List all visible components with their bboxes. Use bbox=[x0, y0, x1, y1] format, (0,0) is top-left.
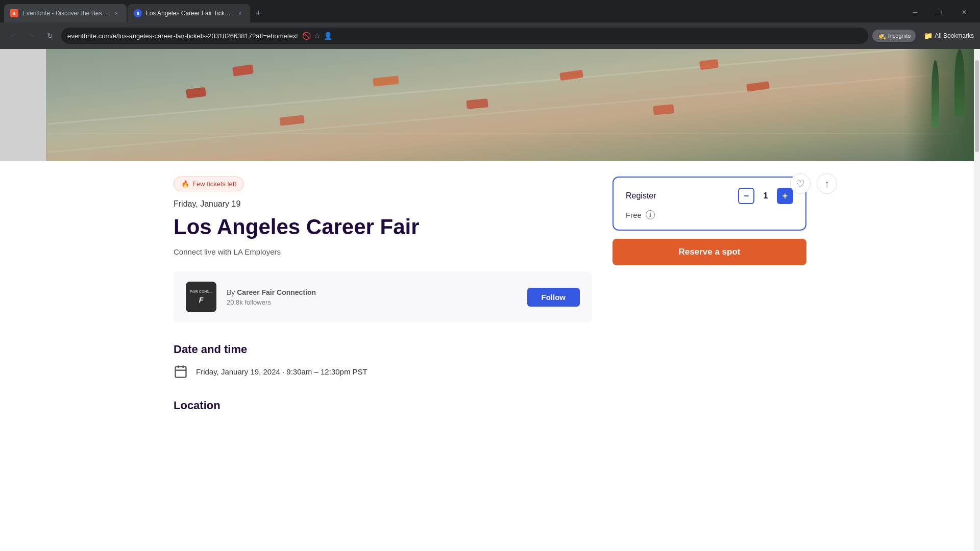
hero-image bbox=[0, 49, 980, 161]
tab-eventbrite-title: Eventbrite - Discover the Best L... bbox=[22, 10, 108, 17]
tab-eventbrite-close[interactable]: × bbox=[112, 9, 120, 17]
register-card: Register − 1 + Free ℹ bbox=[612, 177, 806, 231]
page-content: ♡ ↑ 🔥 Few tickets left Friday, January 1… bbox=[0, 49, 980, 551]
profile-switcher-icon[interactable]: 👤 bbox=[324, 32, 332, 40]
minimize-button[interactable]: ─ bbox=[903, 4, 927, 20]
incognito-icon: 🕵 bbox=[877, 32, 886, 40]
refresh-button[interactable]: ↻ bbox=[43, 29, 57, 43]
organizer-name: Career Fair Connection bbox=[237, 288, 316, 296]
organizer-card: FAIR CONN... F By Career Fair Connection… bbox=[174, 271, 592, 322]
follow-button[interactable]: Follow bbox=[527, 288, 580, 307]
favorite-button[interactable]: ♡ bbox=[790, 173, 811, 194]
maximize-button[interactable]: □ bbox=[928, 4, 951, 20]
scroll-thumb[interactable] bbox=[975, 60, 979, 152]
career-fair-favicon: E bbox=[134, 9, 142, 17]
window-controls: ─ □ ✕ bbox=[899, 0, 980, 24]
tab-eventbrite[interactable]: e Eventbrite - Discover the Best L... × bbox=[4, 4, 127, 22]
eventbrite-favicon: e bbox=[10, 9, 18, 17]
tab-career-fair-close[interactable]: × bbox=[236, 9, 244, 17]
calendar-icon bbox=[174, 364, 188, 379]
organizer-info: By Career Fair Connection 20.8k follower… bbox=[227, 288, 517, 306]
event-title: Los Angeles Career Fair bbox=[174, 215, 592, 239]
bookmarks-label[interactable]: All Bookmarks bbox=[935, 32, 974, 39]
camera-off-icon: 🚫 bbox=[302, 32, 311, 40]
incognito-label: Incognito bbox=[888, 33, 911, 39]
fire-icon: 🔥 bbox=[181, 180, 189, 188]
date-time-value: Friday, January 19, 2024 · 9:30am – 12:3… bbox=[196, 367, 368, 376]
back-button[interactable]: ← bbox=[6, 29, 20, 43]
register-label: Register bbox=[626, 191, 656, 201]
decrease-quantity-button[interactable]: − bbox=[738, 188, 754, 204]
date-time-row: Friday, January 19, 2024 · 9:30am – 12:3… bbox=[174, 364, 592, 379]
bookmarks-folder-icon: 📁 bbox=[924, 32, 933, 40]
address-bar[interactable]: eventbrite.com/e/los-angeles-career-fair… bbox=[61, 28, 868, 44]
organizer-logo: FAIR CONN... F bbox=[186, 282, 216, 312]
share-button[interactable]: ↑ bbox=[817, 173, 837, 194]
few-tickets-badge: 🔥 Few tickets left bbox=[174, 177, 244, 191]
forward-button[interactable]: → bbox=[24, 29, 39, 43]
organizer-followers: 20.8k followers bbox=[227, 298, 517, 306]
share-icon: ↑ bbox=[824, 178, 829, 190]
badge-label: Few tickets left bbox=[192, 180, 236, 188]
location-section-title: Location bbox=[174, 399, 592, 416]
incognito-badge: 🕵 Incognito bbox=[872, 30, 916, 42]
quantity-value: 1 bbox=[761, 191, 771, 201]
heart-icon: ♡ bbox=[796, 178, 805, 190]
event-subtitle: Connect live with LA Employers bbox=[174, 247, 592, 256]
address-url: eventbrite.com/e/los-angeles-career-fair… bbox=[67, 32, 298, 40]
price-info-icon[interactable]: ℹ bbox=[646, 210, 655, 219]
star-icon[interactable]: ☆ bbox=[314, 32, 321, 40]
organizer-by-label: By Career Fair Connection bbox=[227, 288, 517, 296]
tab-career-fair-title: Los Angeles Career Fair Tickets... bbox=[146, 10, 232, 17]
event-date: Friday, January 19 bbox=[174, 199, 592, 209]
reserve-button[interactable]: Reserve a spot bbox=[612, 239, 806, 265]
date-time-section-title: Date and time bbox=[174, 343, 592, 356]
price-label: Free bbox=[626, 211, 642, 219]
svg-rect-0 bbox=[176, 367, 186, 378]
quantity-control: − 1 + bbox=[738, 188, 793, 204]
new-tab-button[interactable]: + bbox=[251, 6, 265, 20]
scrollbar[interactable] bbox=[974, 49, 980, 551]
tab-career-fair[interactable]: E Los Angeles Career Fair Tickets... × bbox=[128, 4, 250, 22]
close-button[interactable]: ✕ bbox=[952, 4, 976, 20]
